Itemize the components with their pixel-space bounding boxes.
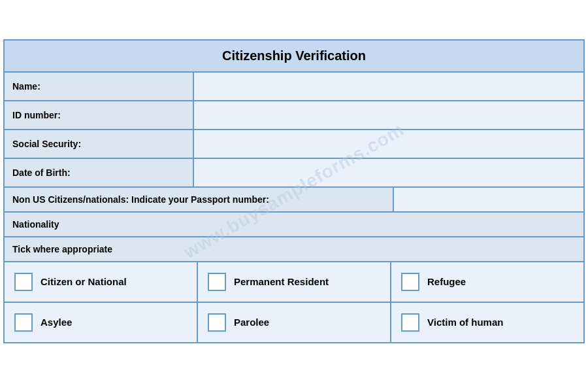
dob-value[interactable]	[194, 159, 583, 186]
nationality-label: Nationality	[5, 213, 583, 236]
refugee-checkbox[interactable]	[401, 273, 419, 291]
asylee-checkbox[interactable]	[14, 313, 33, 332]
id-number-row: ID number:	[5, 101, 583, 130]
passport-label: Non US Citizens/nationals: Indicate your…	[5, 188, 394, 211]
passport-value[interactable]	[394, 188, 583, 211]
social-security-label: Social Security:	[5, 130, 194, 158]
form-title: Citizenship Verification	[5, 41, 583, 73]
tick-header: Tick where appropriate	[5, 237, 583, 262]
permanent-resident-label: Permanent Resident	[234, 276, 329, 287]
social-security-row: Social Security:	[5, 130, 583, 159]
refugee-label: Refugee	[427, 276, 466, 287]
checkbox-permanent-resident[interactable]: Permanent Resident	[198, 262, 391, 302]
checkbox-asylee[interactable]: Asylee	[5, 303, 198, 342]
checkbox-parolee[interactable]: Parolee	[198, 303, 391, 342]
checkbox-row-2: Asylee Parolee Victim of human	[5, 303, 583, 342]
social-security-value[interactable]	[194, 130, 583, 158]
parolee-label: Parolee	[234, 317, 269, 328]
passport-row: Non US Citizens/nationals: Indicate your…	[5, 188, 583, 213]
permanent-resident-checkbox[interactable]	[208, 273, 226, 291]
citizenship-form: www.buysampleforms.com Citizenship Verif…	[3, 39, 585, 343]
victim-checkbox[interactable]	[401, 313, 419, 332]
name-row: Name:	[5, 73, 583, 101]
name-label: Name:	[5, 73, 194, 100]
checkbox-victim[interactable]: Victim of human	[391, 303, 583, 342]
nationality-row: Nationality	[5, 213, 583, 237]
checkbox-row-1: Citizen or National Permanent Resident R…	[5, 262, 583, 303]
parolee-checkbox[interactable]	[208, 313, 226, 332]
asylee-label: Asylee	[41, 317, 72, 328]
citizen-label: Citizen or National	[41, 276, 127, 287]
name-value[interactable]	[194, 73, 583, 100]
dob-label: Date of Birth:	[5, 159, 194, 186]
victim-label: Victim of human	[427, 317, 503, 328]
id-number-value[interactable]	[194, 101, 583, 129]
id-number-label: ID number:	[5, 101, 194, 129]
dob-row: Date of Birth:	[5, 159, 583, 188]
citizen-checkbox[interactable]	[14, 273, 33, 291]
checkbox-citizen[interactable]: Citizen or National	[5, 262, 198, 302]
checkbox-refugee[interactable]: Refugee	[391, 262, 583, 302]
